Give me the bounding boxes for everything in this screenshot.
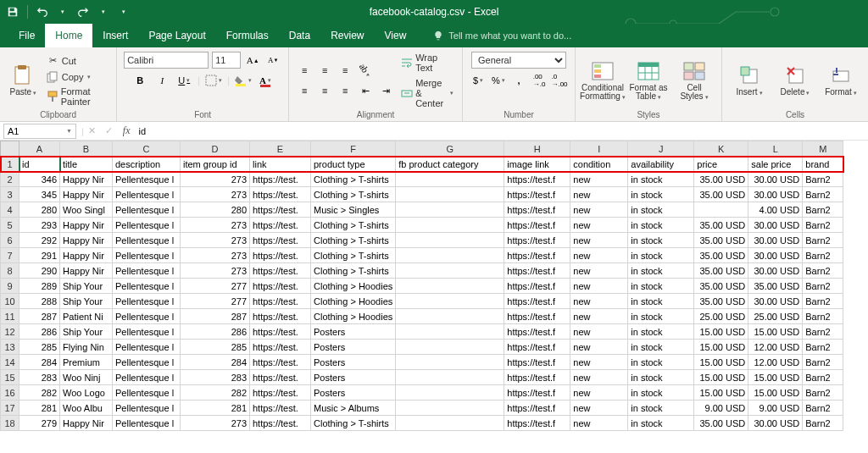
cell[interactable]: https://test. (250, 401, 311, 416)
cell[interactable]: Clothing > T-shirts (311, 218, 396, 233)
cell[interactable]: https://test.f (504, 370, 570, 385)
cell[interactable]: 30.00 USD (748, 263, 803, 279)
cell[interactable]: https://test. (250, 248, 311, 263)
cell[interactable]: Pellentesque l (113, 218, 181, 233)
cell[interactable]: https://test.f (504, 416, 570, 431)
cell[interactable]: product type (311, 157, 396, 172)
enter-formula-icon[interactable]: ✓ (101, 125, 118, 136)
fill-color-button[interactable] (235, 72, 252, 89)
cell[interactable]: 273 (181, 416, 250, 431)
cell[interactable]: https://test. (250, 202, 311, 218)
row-header[interactable]: 16 (1, 385, 19, 401)
cell[interactable]: Clothing > Hoodies (311, 309, 396, 324)
cell[interactable]: Barn2 (803, 401, 843, 416)
cell[interactable] (396, 263, 504, 279)
cell[interactable]: 273 (181, 263, 250, 279)
cell[interactable]: Barn2 (803, 370, 843, 385)
cell[interactable]: 346 (19, 172, 60, 187)
cell[interactable]: new (570, 370, 628, 385)
cell[interactable]: Barn2 (803, 309, 843, 324)
cell[interactable]: https://test. (250, 385, 311, 401)
cell[interactable]: https://test.f (504, 324, 570, 340)
cell[interactable]: Pellentesque l (113, 355, 181, 370)
cell[interactable]: in stock (628, 309, 694, 324)
cell[interactable]: Barn2 (803, 416, 843, 431)
cell[interactable]: 280 (181, 202, 250, 218)
border-button[interactable] (205, 72, 222, 89)
cell[interactable]: in stock (628, 233, 694, 248)
cell[interactable]: new (570, 309, 628, 324)
undo-more-icon[interactable]: ▾ (55, 4, 70, 19)
row-header[interactable]: 7 (1, 248, 19, 263)
cell[interactable]: Pellentesque l (113, 263, 181, 279)
cell[interactable]: https://test. (250, 340, 311, 355)
cell[interactable]: in stock (628, 187, 694, 202)
row-header[interactable]: 1 (1, 157, 19, 172)
copy-button[interactable]: Copy (45, 69, 109, 84)
orientation-icon[interactable]: ab (353, 58, 376, 81)
cell[interactable]: Music > Albums (311, 401, 396, 416)
tab-data[interactable]: Data (279, 24, 320, 47)
cell[interactable]: 15.00 USD (694, 370, 748, 385)
cell[interactable] (396, 172, 504, 187)
cell[interactable]: 284 (181, 355, 250, 370)
cell[interactable]: Barn2 (803, 172, 843, 187)
cell[interactable]: https://test. (250, 233, 311, 248)
tab-file[interactable]: File (8, 24, 45, 47)
row-header[interactable]: 14 (1, 355, 19, 370)
cell[interactable] (396, 233, 504, 248)
cell[interactable]: in stock (628, 370, 694, 385)
col-header-F[interactable]: F (311, 141, 396, 157)
col-header-M[interactable]: M (803, 141, 843, 157)
font-color-button[interactable]: A (257, 72, 274, 89)
col-header-E[interactable]: E (250, 141, 311, 157)
cell[interactable]: 35.00 USD (694, 294, 748, 309)
row-header[interactable]: 6 (1, 233, 19, 248)
tab-insert[interactable]: Insert (92, 24, 138, 47)
cell[interactable]: new (570, 187, 628, 202)
cell[interactable]: 35.00 USD (694, 187, 748, 202)
delete-cells-button[interactable]: Delete (775, 64, 815, 97)
cell[interactable]: new (570, 233, 628, 248)
cell[interactable]: https://test.f (504, 248, 570, 263)
cell[interactable]: 292 (19, 233, 60, 248)
cell[interactable]: Barn2 (803, 187, 843, 202)
cell[interactable]: 279 (19, 416, 60, 431)
cell[interactable]: 277 (181, 294, 250, 309)
cell[interactable]: new (570, 355, 628, 370)
cell[interactable]: 4.00 USD (748, 202, 803, 218)
align-middle-icon[interactable]: ≡ (316, 62, 333, 79)
tab-page-layout[interactable]: Page Layout (138, 24, 215, 47)
insert-cells-button[interactable]: Insert (729, 64, 770, 97)
cell[interactable]: Pellentesque l (113, 294, 181, 309)
redo-more-icon[interactable]: ▾ (96, 4, 111, 19)
cell[interactable]: 288 (19, 294, 60, 309)
align-center-icon[interactable]: ≡ (316, 82, 333, 99)
cell[interactable]: 281 (19, 401, 60, 416)
cell[interactable]: Barn2 (803, 385, 843, 401)
cell[interactable]: https://test. (250, 294, 311, 309)
align-right-icon[interactable]: ≡ (337, 82, 353, 99)
cell[interactable]: https://test. (250, 324, 311, 340)
cell[interactable]: in stock (628, 202, 694, 218)
cancel-formula-icon[interactable]: ✕ (84, 125, 101, 136)
cell[interactable]: new (570, 324, 628, 340)
cell[interactable]: Clothing > T-shirts (311, 263, 396, 279)
cell[interactable]: https://test.f (504, 355, 570, 370)
cell[interactable] (396, 324, 504, 340)
cell[interactable]: sale price (748, 157, 803, 172)
cell[interactable]: in stock (628, 401, 694, 416)
cell[interactable]: 285 (19, 340, 60, 355)
cell[interactable]: Posters (311, 355, 396, 370)
select-all-corner[interactable] (1, 141, 19, 157)
paste-button[interactable]: Paste (7, 64, 40, 97)
cell[interactable]: Barn2 (803, 263, 843, 279)
cell[interactable]: Patient Ni (60, 309, 113, 324)
cell[interactable]: https://test.f (504, 401, 570, 416)
row-header[interactable]: 13 (1, 340, 19, 355)
cell[interactable]: 9.00 USD (748, 401, 803, 416)
cell[interactable]: in stock (628, 416, 694, 431)
cell[interactable] (396, 309, 504, 324)
cell[interactable]: description (113, 157, 181, 172)
row-header[interactable]: 10 (1, 294, 19, 309)
